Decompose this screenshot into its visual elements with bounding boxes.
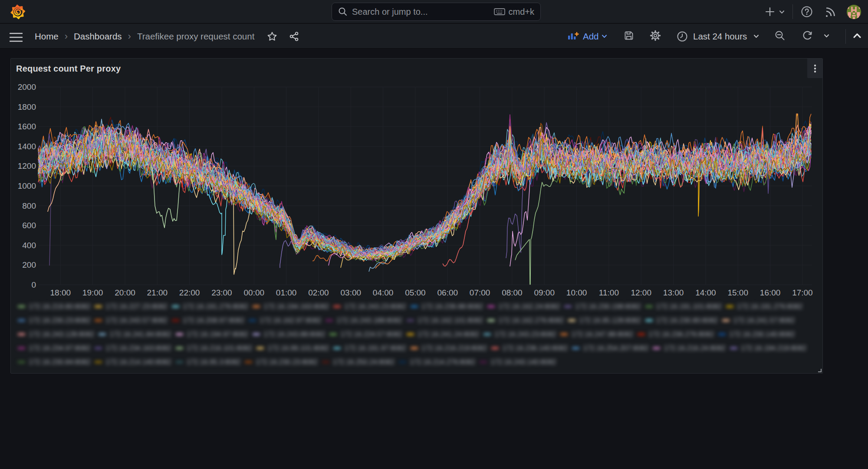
svg-text:13:00: 13:00 [663,288,684,297]
svg-text:1800: 1800 [18,102,36,112]
svg-text:08:00: 08:00 [502,288,523,297]
svg-text:06:00: 06:00 [437,288,458,297]
svg-text:02:00: 02:00 [308,288,329,297]
svg-text:1600: 1600 [18,122,36,131]
svg-text:20:00: 20:00 [115,288,135,297]
svg-text:21:00: 21:00 [147,288,168,297]
svg-text:05:00: 05:00 [405,288,426,297]
svg-text:22:00: 22:00 [179,288,200,297]
svg-text:10:00: 10:00 [566,288,587,297]
svg-text:23:00: 23:00 [211,288,232,297]
svg-text:07:00: 07:00 [470,288,490,297]
svg-text:1200: 1200 [18,161,36,171]
svg-text:16:00: 16:00 [760,288,781,297]
svg-text:2000: 2000 [18,82,36,92]
svg-text:03:00: 03:00 [341,288,362,297]
svg-text:00:00: 00:00 [244,288,265,297]
svg-text:17:00: 17:00 [792,288,813,297]
svg-text:01:00: 01:00 [276,288,297,297]
svg-text:04:00: 04:00 [373,288,394,297]
svg-text:19:00: 19:00 [82,288,103,297]
svg-text:18:00: 18:00 [50,288,71,297]
svg-text:200: 200 [22,260,36,269]
svg-text:1000: 1000 [18,181,36,190]
svg-text:09:00: 09:00 [534,288,555,297]
svg-text:14:00: 14:00 [695,288,716,297]
svg-text:15:00: 15:00 [727,288,748,297]
svg-text:400: 400 [22,241,36,250]
svg-text:0: 0 [31,280,36,289]
svg-text:800: 800 [22,201,36,210]
svg-text:11:00: 11:00 [599,288,619,297]
svg-text:600: 600 [22,221,36,230]
svg-text:1400: 1400 [18,142,36,151]
svg-text:12:00: 12:00 [631,288,651,297]
